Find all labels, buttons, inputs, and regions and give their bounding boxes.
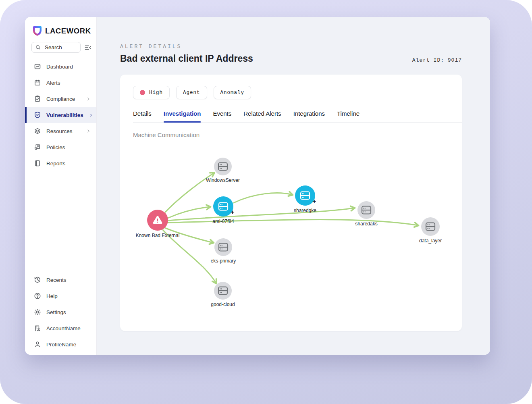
node-label: ami-07f84: [212, 219, 234, 224]
node-windows-server[interactable]: WindowsServer: [206, 158, 240, 183]
sidebar-item-label: Dashboard: [46, 64, 73, 70]
sidebar-item-label: Recents: [46, 277, 66, 283]
sidebar-item-label: Settings: [46, 309, 66, 315]
help-icon: [34, 292, 41, 300]
lacework-shield-icon: [32, 26, 42, 36]
sidebar-nav: DashboardAlertsComplianceVulnerabilities…: [25, 58, 96, 171]
expand-plus-icon[interactable]: +: [231, 208, 235, 215]
policies-icon: [34, 144, 41, 151]
edge-known-bad-external-to-ami-07f84: [168, 207, 210, 218]
sidebar-item-account[interactable]: AccountName: [25, 320, 96, 336]
sidebar-item-alerts[interactable]: Alerts: [25, 75, 96, 91]
node-good-cloud[interactable]: good-cloud: [211, 282, 235, 307]
node-data-layer[interactable]: data_layer: [419, 217, 442, 244]
sidebar-item-label: AccountName: [46, 325, 81, 331]
tab-label: Integrations: [293, 110, 325, 117]
profile-icon: [34, 341, 41, 348]
node-label: sharedaks: [355, 221, 377, 227]
collapse-sidebar-icon[interactable]: [84, 44, 91, 51]
vulnerabilities-icon: [34, 111, 41, 119]
sidebar-item-label: Resources: [46, 128, 73, 134]
badges-row: HighAgentAnomaly: [133, 86, 449, 99]
alert-id: Alert ID: 9017: [412, 57, 462, 64]
node-eks-primary[interactable]: eks-primary: [211, 238, 236, 264]
sidebar-item-profile[interactable]: ProfileName: [25, 336, 96, 352]
sidebar-item-recents[interactable]: Recents: [25, 272, 96, 288]
tab-timeline[interactable]: Timeline: [337, 110, 360, 122]
node-sharedgke[interactable]: +sharedgke: [294, 185, 316, 213]
edge-known-bad-external-to-sharedaks: [168, 208, 354, 221]
dashboard-icon: [34, 63, 41, 70]
settings-icon: [34, 308, 41, 316]
tab-label: Investigation: [164, 110, 201, 117]
tab-label: Details: [133, 110, 152, 117]
sidebar-item-dashboard[interactable]: Dashboard: [25, 58, 96, 75]
expand-plus-icon[interactable]: +: [313, 198, 316, 204]
sidebar-item-settings[interactable]: Settings: [25, 304, 96, 320]
status-badge-anomaly: Anomaly: [214, 86, 251, 99]
sidebar: LACEWORK DashboardAlertsComplianceVulner…: [25, 17, 97, 355]
badge-label: Anomaly: [220, 90, 245, 96]
sidebar-item-reports[interactable]: Reports: [25, 155, 96, 171]
search-box[interactable]: [31, 42, 81, 53]
status-badge-agent: Agent: [176, 86, 207, 99]
logo: LACEWORK: [25, 17, 96, 36]
node-sharedaks[interactable]: sharedaks: [355, 201, 377, 227]
sidebar-item-label: Alerts: [46, 80, 60, 86]
chevron-right-icon: [86, 97, 91, 101]
machine-communication-graph: Known Bad ExternalWindowsServer+ami-07f8…: [120, 143, 462, 329]
edge-known-bad-external-to-data-layer: [168, 220, 418, 225]
reports-icon: [34, 160, 41, 167]
sidebar-item-label: Help: [46, 293, 58, 299]
app-window: LACEWORK DashboardAlertsComplianceVulner…: [25, 17, 490, 355]
tabs-row: DetailsInvestigationEventsRelated Alerts…: [133, 110, 462, 123]
sidebar-item-compliance[interactable]: Compliance: [25, 91, 96, 107]
tab-label: Timeline: [337, 110, 360, 117]
resources-icon: [34, 127, 41, 135]
tab-integrations[interactable]: Integrations: [293, 110, 325, 122]
node-label: Known Bad External: [136, 233, 180, 238]
node-ami-07f84[interactable]: +ami-07f84: [212, 196, 234, 224]
edge-ami-07f84-to-sharedgke: [234, 193, 292, 203]
sidebar-footer-nav: RecentsHelpSettingsAccountNameProfileNam…: [25, 272, 96, 355]
tab-label: Related Alerts: [243, 110, 281, 117]
search-input[interactable]: [44, 44, 71, 51]
sidebar-item-resources[interactable]: Resources: [25, 123, 96, 139]
logo-text: LACEWORK: [45, 27, 91, 35]
sidebar-item-vulnerabilities[interactable]: Vulnerabilities: [25, 107, 96, 123]
sidebar-item-label: Policies: [46, 144, 65, 150]
node-label: WindowsServer: [206, 177, 240, 183]
badge-label: Agent: [183, 90, 200, 96]
chevron-right-icon: [86, 129, 91, 133]
compliance-icon: [34, 95, 41, 102]
sidebar-item-label: ProfileName: [46, 342, 76, 348]
node-known-bad-external[interactable]: Known Bad External: [136, 210, 180, 238]
node-label: good-cloud: [211, 302, 235, 307]
tab-investigation[interactable]: Investigation: [164, 110, 201, 122]
chevron-right-icon: [89, 113, 93, 117]
page-title: Bad external client IP Address: [120, 53, 253, 64]
sidebar-item-label: Vulnerabilities: [46, 112, 83, 118]
account-icon: [34, 325, 41, 332]
alert-details-eyebrow: ALERT DETAILS: [120, 44, 462, 50]
badge-label: High: [149, 90, 163, 96]
status-badge-high: High: [133, 86, 170, 99]
node-label: eks-primary: [211, 258, 236, 264]
sidebar-item-help[interactable]: Help: [25, 288, 96, 304]
node-label: data_layer: [419, 238, 442, 244]
tab-label: Events: [213, 110, 231, 117]
recents-icon: [34, 276, 41, 283]
section-title: Machine Communication: [133, 131, 449, 138]
main-content: ALERT DETAILS Bad external client IP Add…: [97, 17, 490, 355]
sidebar-item-label: Reports: [46, 160, 65, 167]
sidebar-item-policies[interactable]: Policies: [25, 139, 96, 155]
alerts-icon: [34, 79, 41, 86]
sidebar-item-label: Compliance: [46, 96, 75, 102]
tab-details[interactable]: Details: [133, 110, 152, 122]
node-label: sharedgke: [294, 208, 316, 213]
search-icon: [35, 44, 41, 50]
tab-events[interactable]: Events: [213, 110, 231, 122]
tab-related-alerts[interactable]: Related Alerts: [243, 110, 281, 122]
severity-dot: [140, 90, 145, 95]
alert-card: HighAgentAnomaly DetailsInvestigationEve…: [120, 75, 462, 331]
